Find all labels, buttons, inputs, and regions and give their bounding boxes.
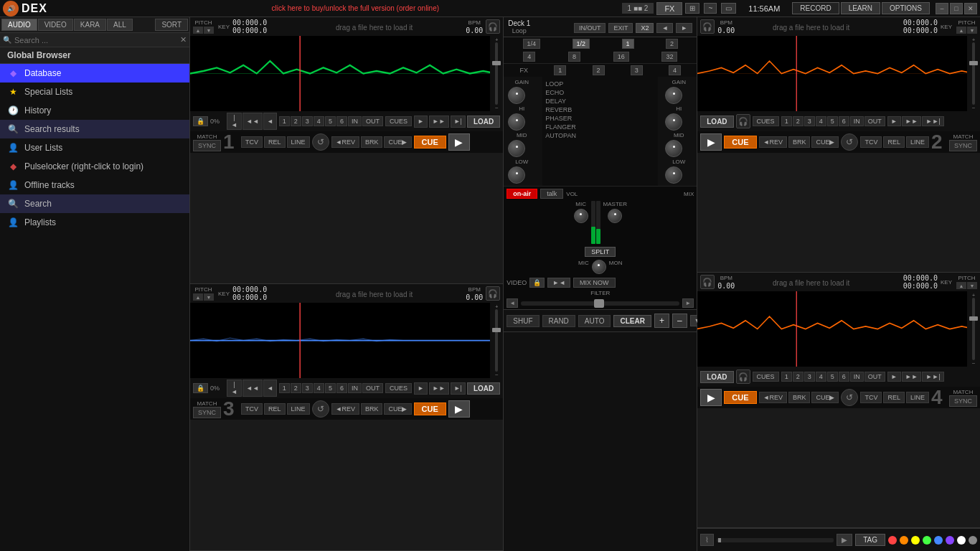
crossfader-track[interactable]	[521, 301, 679, 306]
promo-text[interactable]: click here to buy/unlock the full versio…	[92, 4, 619, 12]
color-red[interactable]	[888, 536, 897, 545]
deck3-pitch-up[interactable]: ▲	[193, 293, 203, 301]
sort-button[interactable]: SORT	[155, 19, 188, 31]
deck3-line-btn[interactable]: LINE	[287, 403, 310, 415]
effect-echo[interactable]: ECHO	[545, 88, 655, 97]
options-button[interactable]: OPTIONS	[882, 2, 930, 14]
deck3-ffwd-btn[interactable]: ►►	[429, 382, 449, 395]
effect-reverb[interactable]: REVERB	[545, 105, 655, 114]
deck1-num4[interactable]: 4	[314, 116, 324, 126]
color-green[interactable]	[923, 536, 931, 545]
deck3-next-btn[interactable]: ►|	[451, 382, 466, 395]
mixer-arrow-right[interactable]: ►	[676, 23, 692, 33]
deck3-prev-btn[interactable]: |◄	[227, 380, 242, 397]
deck4-tcv-btn[interactable]: TCV	[860, 392, 882, 403]
deck4-pitch-down[interactable]: ▼	[967, 282, 977, 289]
effect-flanger[interactable]: FLANGER	[545, 123, 655, 131]
deck2-num5[interactable]: 5	[827, 116, 838, 126]
deck3-tcv-btn[interactable]: TCV	[241, 403, 263, 415]
deck1-back-btn[interactable]: ◄	[263, 113, 277, 130]
deck4-line-btn[interactable]: LINE	[906, 392, 929, 403]
mixer-x2-btn[interactable]: X2	[636, 23, 654, 33]
sidebar-item-history[interactable]: 🕐 History	[0, 101, 189, 120]
deck1-rotation-btn[interactable]: ↺	[312, 133, 329, 151]
filter-all-btn[interactable]: ALL	[107, 19, 133, 31]
num-4[interactable]: 4	[523, 52, 535, 62]
minus-btn[interactable]: –	[672, 314, 687, 328]
deck4-num3[interactable]: 3	[804, 372, 815, 382]
deck1-num1[interactable]: 1	[279, 116, 290, 126]
deck3-cues-btn[interactable]: CUES	[385, 383, 412, 393]
deck2-sync-btn[interactable]: SYNC	[949, 140, 977, 151]
deck1-play-btn[interactable]: ▶	[448, 133, 470, 151]
sidebar-item-playlists[interactable]: 👤 Playlists	[0, 213, 189, 232]
deck1-cues-btn[interactable]: CUES	[385, 116, 412, 126]
deck3-headphone-btn[interactable]: 🎧	[486, 286, 500, 301]
low-r-knob[interactable]	[665, 166, 682, 184]
deck2-ffwd-btn[interactable]: ►►	[902, 116, 922, 126]
deck4-ffwd-btn[interactable]: ►►	[902, 372, 922, 382]
deck4-fwd-btn[interactable]: ►	[887, 372, 901, 382]
cf-left-btn[interactable]: ◄	[507, 298, 518, 308]
mixer-arrow-right2[interactable]: ►◄	[547, 278, 570, 288]
deck3-back-btn[interactable]: ◄	[263, 380, 277, 397]
deck2-num6[interactable]: 6	[839, 116, 849, 126]
deck3-volume-fader[interactable]: + –	[490, 303, 503, 378]
deck1-next-btn[interactable]: ►|	[451, 116, 466, 128]
deck4-out-btn[interactable]: OUT	[864, 372, 885, 382]
deck3-rev-btn[interactable]: ◄REV	[331, 403, 359, 415]
deck4-cue-btn[interactable]: CUE	[724, 391, 756, 404]
grid-icon-btn[interactable]: ⊞	[685, 3, 699, 14]
deck1-headphone-btn[interactable]: 🎧	[486, 19, 500, 34]
deck2-cues-btn[interactable]: CUES	[753, 116, 779, 126]
talk-btn[interactable]: talk	[540, 189, 563, 199]
waveform-icon-btn[interactable]: ~	[704, 3, 717, 14]
deck3-num1[interactable]: 1	[279, 383, 290, 393]
deck4-volume-fader[interactable]: + –	[967, 291, 980, 367]
deck1-num5[interactable]: 5	[325, 116, 336, 126]
filter-kara-btn[interactable]: KARA	[74, 19, 106, 31]
frac-2[interactable]: 2	[666, 39, 678, 49]
effect-delay[interactable]: DELAY	[545, 97, 655, 105]
deck4-brk-btn[interactable]: BRK	[788, 392, 811, 403]
split-btn[interactable]: SPLIT	[585, 247, 616, 257]
fx-button[interactable]: FX	[656, 2, 682, 15]
deck3-num2[interactable]: 2	[291, 383, 301, 393]
deck4-rev-btn[interactable]: ◄REV	[759, 392, 787, 403]
tag-btn[interactable]: TAG	[855, 534, 885, 546]
mixer-arrow-left[interactable]: ◄	[656, 23, 673, 33]
fx-2[interactable]: 2	[593, 65, 605, 75]
num-32[interactable]: 32	[661, 52, 677, 62]
deck3-num5[interactable]: 5	[325, 383, 336, 393]
deck4-ph-btn[interactable]: 🎧	[736, 369, 750, 384]
hi-r-knob[interactable]	[665, 113, 682, 131]
deck1-tcv-btn[interactable]: TCV	[241, 136, 263, 148]
color-white[interactable]	[957, 536, 966, 545]
deck2-cue-small-btn[interactable]: CUE▶	[811, 136, 839, 148]
deck1-pitch-down[interactable]: ▼	[204, 27, 214, 34]
deck2-cue-btn[interactable]: CUE	[724, 136, 756, 149]
deck2-tcv-btn[interactable]: TCV	[860, 136, 882, 148]
display-icon-btn[interactable]: ▭	[721, 3, 736, 14]
deck1-load-btn[interactable]: LOAD	[467, 116, 500, 128]
deck2-rotation-btn[interactable]: ↺	[841, 133, 858, 151]
deck2-rel-btn[interactable]: REL	[883, 136, 905, 148]
gain-knob[interactable]	[508, 87, 525, 104]
deck3-rew-btn[interactable]: ◄◄	[242, 380, 263, 397]
deck3-cue-btn[interactable]: CUE	[414, 402, 446, 415]
search-input[interactable]	[14, 36, 177, 44]
deck4-cue-small-btn[interactable]: CUE▶	[811, 392, 839, 403]
deck2-in-btn[interactable]: IN	[850, 116, 864, 126]
deck2-ph-btn[interactable]: 🎧	[736, 114, 750, 128]
deck1-sync-btn[interactable]: SYNC	[193, 140, 221, 151]
deck2-num3[interactable]: 3	[804, 116, 815, 126]
deck3-sync-btn[interactable]: SYNC	[193, 407, 221, 418]
deck3-cue-small-btn[interactable]: CUE▶	[384, 403, 411, 415]
frac-1-4[interactable]: 1/4	[523, 39, 541, 49]
deck2-load-btn[interactable]: LOAD	[700, 116, 733, 128]
deck1-cue-small-btn[interactable]: CUE▶	[384, 136, 411, 148]
deck2-pitch-up[interactable]: ▲	[956, 27, 966, 34]
deck1-ffwd-btn[interactable]: ►►	[429, 116, 449, 128]
shuf-btn[interactable]: SHUF	[507, 315, 539, 327]
sidebar-item-search[interactable]: 🔍 Search	[0, 194, 189, 213]
